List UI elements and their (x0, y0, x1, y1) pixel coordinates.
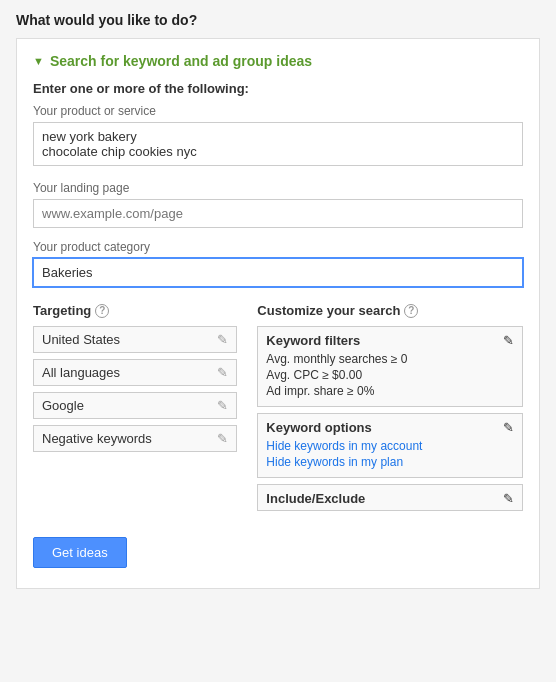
kf-line-0: Avg. monthly searches ≥ 0 (266, 352, 514, 366)
targeting-item-2[interactable]: Google ✎ (33, 392, 237, 419)
main-card: ▼ Search for keyword and ad group ideas … (16, 38, 540, 589)
category-input[interactable] (33, 258, 523, 287)
product-field-group: Your product or service (33, 104, 523, 169)
include-exclude-card: Include/Exclude ✎ (257, 484, 523, 511)
edit-icon-2: ✎ (217, 398, 228, 413)
keyword-filters-card: Keyword filters ✎ Avg. monthly searches … (257, 326, 523, 407)
collapse-toggle-icon[interactable]: ▼ (33, 55, 44, 67)
edit-icon-0: ✎ (217, 332, 228, 347)
targeting-item-0[interactable]: United States ✎ (33, 326, 237, 353)
category-label: Your product category (33, 240, 523, 254)
targeting-help-icon[interactable]: ? (95, 304, 109, 318)
targeting-item-1[interactable]: All languages ✎ (33, 359, 237, 386)
ko-line-0[interactable]: Hide keywords in my account (266, 439, 514, 453)
section-title[interactable]: Search for keyword and ad group ideas (50, 53, 312, 69)
get-ideas-section: Get ideas (33, 517, 523, 568)
two-col-layout: Targeting ? United States ✎ All language… (33, 303, 523, 517)
keyword-options-edit-icon[interactable]: ✎ (503, 420, 514, 435)
include-exclude-edit-icon[interactable]: ✎ (503, 491, 514, 506)
edit-icon-3: ✎ (217, 431, 228, 446)
product-textarea[interactable] (33, 122, 523, 166)
keyword-filters-title: Keyword filters (266, 333, 360, 348)
keyword-options-title: Keyword options (266, 420, 371, 435)
landing-input[interactable] (33, 199, 523, 228)
page-wrapper: What would you like to do? ▼ Search for … (0, 0, 556, 601)
edit-icon-1: ✎ (217, 365, 228, 380)
targeting-column: Targeting ? United States ✎ All language… (33, 303, 237, 517)
customize-help-icon[interactable]: ? (404, 304, 418, 318)
kf-line-2: Ad impr. share ≥ 0% (266, 384, 514, 398)
category-field-group: Your product category (33, 240, 523, 287)
landing-field-group: Your landing page (33, 181, 523, 228)
enter-label: Enter one or more of the following: (33, 81, 523, 96)
keyword-filters-edit-icon[interactable]: ✎ (503, 333, 514, 348)
kf-line-1: Avg. CPC ≥ $0.00 (266, 368, 514, 382)
page-title: What would you like to do? (16, 12, 540, 28)
keyword-options-card: Keyword options ✎ Hide keywords in my ac… (257, 413, 523, 478)
ko-line-1[interactable]: Hide keywords in my plan (266, 455, 514, 469)
targeting-item-3[interactable]: Negative keywords ✎ (33, 425, 237, 452)
customize-column: Customize your search ? Keyword filters … (257, 303, 523, 517)
keyword-filters-header: Keyword filters ✎ (258, 327, 522, 352)
customize-heading: Customize your search ? (257, 303, 523, 318)
keyword-filters-body: Avg. monthly searches ≥ 0 Avg. CPC ≥ $0.… (258, 352, 522, 406)
get-ideas-button[interactable]: Get ideas (33, 537, 127, 568)
targeting-heading: Targeting ? (33, 303, 237, 318)
product-label: Your product or service (33, 104, 523, 118)
landing-label: Your landing page (33, 181, 523, 195)
keyword-options-header: Keyword options ✎ (258, 414, 522, 439)
include-exclude-header: Include/Exclude ✎ (258, 485, 522, 510)
include-exclude-title: Include/Exclude (266, 491, 365, 506)
section-header[interactable]: ▼ Search for keyword and ad group ideas (33, 53, 523, 69)
keyword-options-body: Hide keywords in my account Hide keyword… (258, 439, 522, 477)
